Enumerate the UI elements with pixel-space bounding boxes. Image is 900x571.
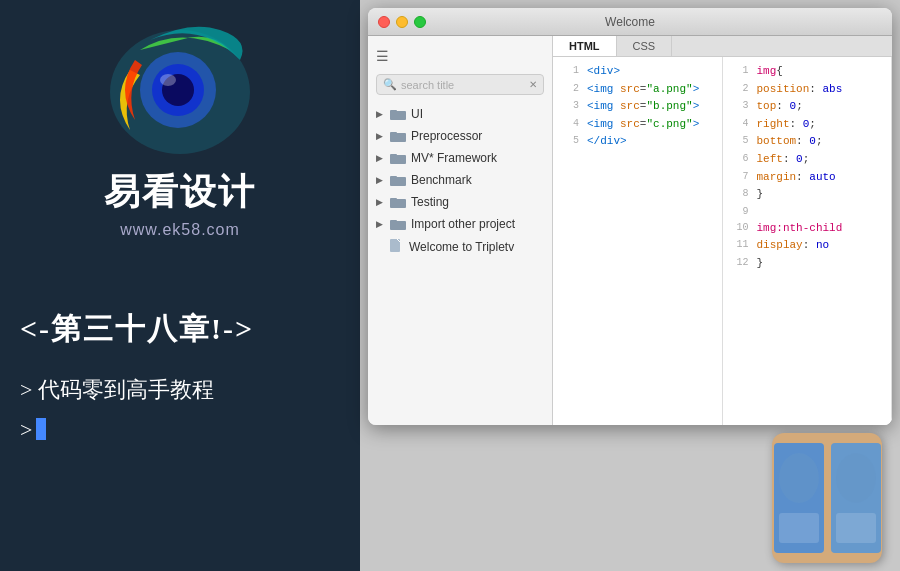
right-panel: Welcome ☰ 🔍 search title ✕ ▶ — [360, 0, 900, 571]
ipad-card — [772, 433, 882, 563]
sidebar-label-ui: UI — [411, 107, 423, 121]
folder-arrow-icon: ▶ — [376, 219, 386, 229]
css-line-9: 9 — [723, 204, 892, 220]
ipad-screen-right — [831, 443, 881, 553]
search-clear-icon[interactable]: ✕ — [529, 79, 537, 90]
brand-name: 易看设计 — [104, 168, 256, 217]
screen-detail-left — [779, 513, 819, 543]
folder-icon — [390, 152, 406, 164]
sidebar-item-import[interactable]: ▶ Import other project — [368, 213, 552, 235]
folder-arrow-icon: ▶ — [376, 131, 386, 141]
code-panels: 1 <div> 2 <img src="a.png"> 3 <img src="… — [553, 57, 892, 425]
globe-decoration-right — [836, 453, 876, 503]
svg-rect-6 — [390, 110, 397, 113]
mac-content: ☰ 🔍 search title ✕ ▶ UI ▶ — [368, 36, 892, 425]
code-line-1: 1 <div> — [553, 63, 722, 81]
sidebar-item-testing[interactable]: ▶ Testing — [368, 191, 552, 213]
css-code-panel: 1 img{ 2 position: abs 3 top: 0; 4 — [723, 57, 893, 425]
sidebar-label-mvframework: MV* Framework — [411, 151, 497, 165]
subtitle-line-2: > — [20, 410, 214, 450]
file-icon — [390, 239, 404, 255]
search-bar[interactable]: 🔍 search title ✕ — [376, 74, 544, 95]
css-line-5: 5 bottom: 0; — [723, 133, 892, 151]
css-line-10: 10 img:nth-child — [723, 220, 892, 238]
svg-rect-10 — [390, 154, 397, 157]
css-line-2: 2 position: abs — [723, 81, 892, 99]
cursor-blink — [36, 418, 46, 440]
css-line-8: 8 } — [723, 186, 892, 204]
css-line-11: 11 display: no — [723, 237, 892, 255]
folder-arrow-icon: ▶ — [376, 175, 386, 185]
chapter-text: <-第三十八章!-> — [0, 309, 254, 350]
sidebar-item-ui[interactable]: ▶ UI — [368, 103, 552, 125]
css-line-1: 1 img{ — [723, 63, 892, 81]
bottom-area — [368, 433, 892, 563]
svg-rect-16 — [390, 220, 397, 223]
css-line-3: 3 top: 0; — [723, 98, 892, 116]
left-panel: 易看设计 www.ek58.com <-第三十八章!-> > 代码零到高手教程 … — [0, 0, 360, 571]
code-tabs: HTML CSS — [553, 36, 892, 57]
folder-icon — [390, 174, 406, 186]
logo-graphic — [100, 20, 260, 160]
brand-url: www.ek58.com — [120, 221, 240, 239]
globe-decoration — [779, 453, 819, 503]
logo-area: 易看设计 www.ek58.com — [100, 20, 260, 239]
code-line-4: 4 <img src="c.png"> — [553, 116, 722, 134]
code-line-2: 2 <img src="a.png"> — [553, 81, 722, 99]
maximize-button[interactable] — [414, 16, 426, 28]
window-title: Welcome — [605, 15, 655, 29]
svg-rect-8 — [390, 132, 397, 135]
close-button[interactable] — [378, 16, 390, 28]
file-sidebar: ☰ 🔍 search title ✕ ▶ UI ▶ — [368, 36, 553, 425]
sidebar-label-benchmark: Benchmark — [411, 173, 472, 187]
code-line-3: 3 <img src="b.png"> — [553, 98, 722, 116]
folder-arrow-icon: ▶ — [376, 197, 386, 207]
sidebar-item-mvframework[interactable]: ▶ MV* Framework — [368, 147, 552, 169]
sidebar-header: ☰ — [368, 44, 552, 68]
html-code-panel: 1 <div> 2 <img src="a.png"> 3 <img src="… — [553, 57, 723, 425]
sidebar-label-welcome: Welcome to Tripletv — [409, 240, 514, 254]
folder-icon — [390, 218, 406, 230]
mac-window: Welcome ☰ 🔍 search title ✕ ▶ — [368, 8, 892, 425]
css-line-4: 4 right: 0; — [723, 116, 892, 134]
svg-rect-14 — [390, 198, 397, 201]
sidebar-item-welcome[interactable]: Welcome to Tripletv — [368, 235, 552, 259]
code-area: HTML CSS 1 <div> 2 <img src="a.png"> — [553, 36, 892, 425]
subtitle-lines: > 代码零到高手教程 > — [0, 370, 214, 449]
folder-icon — [390, 196, 406, 208]
svg-point-4 — [160, 74, 176, 86]
mac-window-buttons — [378, 16, 426, 28]
search-icon: 🔍 — [383, 78, 397, 91]
folder-arrow-icon: ▶ — [376, 153, 386, 163]
subtitle-line-1: > 代码零到高手教程 — [20, 370, 214, 410]
sidebar-label-testing: Testing — [411, 195, 449, 209]
hamburger-icon[interactable]: ☰ — [376, 48, 389, 64]
tab-css[interactable]: CSS — [617, 36, 673, 56]
sidebar-item-benchmark[interactable]: ▶ Benchmark — [368, 169, 552, 191]
folder-icon — [390, 130, 406, 142]
search-placeholder: search title — [401, 79, 454, 91]
sidebar-item-preprocessor[interactable]: ▶ Preprocessor — [368, 125, 552, 147]
code-line-5: 5 </div> — [553, 133, 722, 151]
minimize-button[interactable] — [396, 16, 408, 28]
css-line-7: 7 margin: auto — [723, 169, 892, 187]
mac-titlebar: Welcome — [368, 8, 892, 36]
ipad-screen-left — [774, 443, 824, 553]
folder-arrow-icon: ▶ — [376, 109, 386, 119]
sidebar-label-preprocessor: Preprocessor — [411, 129, 482, 143]
css-line-6: 6 left: 0; — [723, 151, 892, 169]
folder-icon — [390, 108, 406, 120]
tab-html[interactable]: HTML — [553, 36, 617, 56]
screen-detail-right — [836, 513, 876, 543]
sidebar-label-import: Import other project — [411, 217, 515, 231]
svg-rect-12 — [390, 176, 397, 179]
css-line-12: 12 } — [723, 255, 892, 273]
